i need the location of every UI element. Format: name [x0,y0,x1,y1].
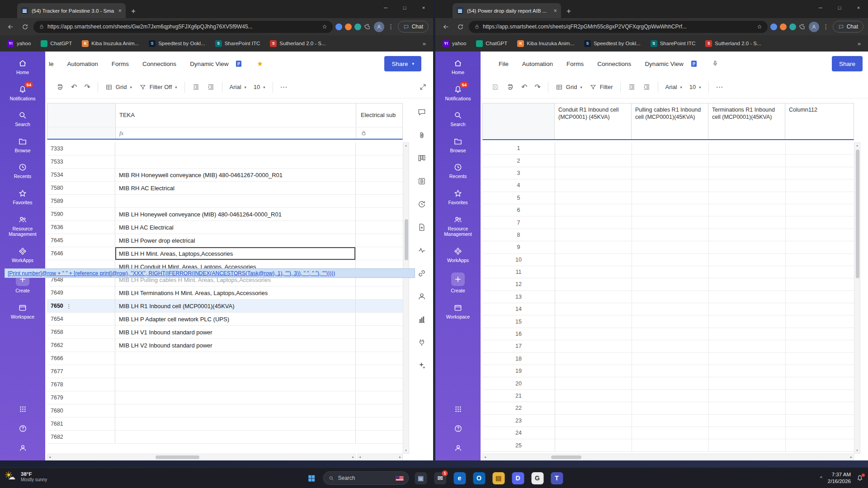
right-rail-icon[interactable] [417,200,426,209]
empty-cell[interactable] [786,365,854,377]
table-row[interactable]: 7654 ⋮ MIB LH P Adapter cell newtork PLC… [47,313,403,326]
close-button[interactable]: × [849,0,868,15]
tray-chevron-icon[interactable]: ^ [820,475,822,481]
right-rail-icon[interactable] [417,154,426,163]
empty-cell[interactable] [786,353,854,365]
edge-icon[interactable]: e [452,470,467,486]
profile-avatar[interactable] [374,22,384,32]
table-row[interactable]: 7 [482,216,854,229]
outlook-icon[interactable]: O [472,470,487,486]
table-row[interactable]: 7650 ⋮ MIB LH R1 Inbound cell (MCP0001)(… [47,300,403,313]
table-row[interactable]: 7680 ⋮ [47,404,403,418]
font-size-selector[interactable]: 10▾ [254,84,265,90]
table-row[interactable]: 7679 ⋮ [47,391,403,404]
sidebar-item[interactable]: Resource Management [435,215,481,237]
tab-close-icon[interactable]: × [553,7,557,14]
empty-cell[interactable] [709,179,786,191]
help-icon[interactable] [454,424,462,433]
right-rail-icon[interactable] [417,223,426,232]
row-number[interactable]: 10 [482,254,555,266]
right-rail-icon[interactable] [417,269,426,278]
address-bar[interactable]: https://app.smartsheet.com/sheets/qFR2pG… [469,21,768,33]
table-row[interactable]: 7646 ⋮ MIB LH H Mint. Areas, Laptops,Acc… [47,247,403,260]
empty-cell[interactable] [632,155,709,166]
task-cell[interactable]: MIB LH Terminations H Mint. Areas, Lapto… [115,286,356,299]
minimize-button[interactable]: ─ [376,0,395,15]
task-cell[interactable] [115,431,356,443]
row-number[interactable]: 14 [482,303,555,315]
menu-item[interactable]: Forms [112,61,129,67]
empty-cell[interactable] [786,216,854,228]
empty-cell[interactable] [709,402,786,414]
table-row[interactable]: 24 [482,427,854,439]
empty-cell[interactable] [632,415,709,427]
redo-icon[interactable]: ↷ [534,84,540,91]
row-number[interactable]: 23 [482,415,555,427]
extension-icon[interactable] [354,23,361,30]
task-cell[interactable] [115,155,356,168]
empty-cell[interactable] [632,254,709,266]
more-tools-icon[interactable]: ⋯ [280,83,288,91]
electrical-sub-cell[interactable] [356,234,403,247]
empty-cell[interactable] [555,278,632,290]
empty-cell[interactable] [709,155,786,166]
sidebar-item[interactable]: Favorites [435,189,481,206]
empty-cell[interactable] [786,179,854,191]
outdent-icon[interactable] [192,83,200,91]
empty-cell[interactable] [555,377,632,389]
empty-cell[interactable] [786,155,854,166]
empty-cell[interactable] [555,315,632,327]
row-number-cell[interactable]: 7533 ⋮ [47,155,115,168]
right-rail-icon[interactable] [417,131,426,140]
scroll-right-icon[interactable]: ▸ [352,455,354,459]
more-tools-icon[interactable]: ⋯ [716,83,723,91]
table-row[interactable]: 7666 ⋮ [47,352,403,365]
redo-icon[interactable]: ↷ [84,84,90,91]
column-header-electrical-sub[interactable]: Electrical sub [356,103,402,127]
bookmark-item[interactable]: K Kiba Inuzuka Anim... [82,40,139,47]
scrollbar-thumb[interactable] [551,455,581,459]
right-rail-icon[interactable] [417,177,426,186]
empty-cell[interactable] [709,427,786,439]
pin-icon[interactable] [712,60,719,67]
row-number-cell[interactable]: 7580 ⋮ [47,182,115,194]
task-cell[interactable] [115,195,356,207]
task-cell[interactable]: MIB LH P Adapter cell newtork PLC (UPS) [115,313,356,325]
empty-cell[interactable] [632,204,709,216]
discord-icon[interactable]: D [510,470,526,486]
scroll-left-icon[interactable]: ◂ [359,455,361,459]
menu-item[interactable]: Connections [597,61,631,67]
table-row[interactable]: 7533 ⋮ [47,155,403,169]
dynamic-view-icon[interactable] [235,60,243,68]
scroll-left-icon[interactable]: ◂ [484,455,486,459]
table-row[interactable]: 9 [482,241,854,253]
save-icon[interactable] [491,83,499,91]
font-selector[interactable]: Arial▾ [230,84,246,90]
extension-icon[interactable] [789,23,796,30]
row-number[interactable]: 9 [482,241,555,253]
extension-icon[interactable] [345,23,352,30]
empty-cell[interactable] [555,353,632,365]
empty-cell[interactable] [555,142,632,154]
empty-cell[interactable] [786,167,854,179]
bookmark-item[interactable]: ChatGPT [41,40,72,47]
empty-cell[interactable] [709,192,786,204]
empty-cell[interactable] [632,167,709,179]
bookmark-item[interactable]: S Sutherland 2.0 - S... [270,40,326,47]
profile-avatar[interactable] [809,22,819,32]
task-cell[interactable]: MIB LH Power drop electrical [115,234,356,247]
empty-cell[interactable] [555,229,632,241]
row-number[interactable]: 24 [482,427,555,439]
right-rail-icon[interactable] [417,108,426,117]
row-number-cell[interactable]: 7636 ⋮ [47,221,115,234]
empty-cell[interactable] [709,229,786,241]
extensions-puzzle-icon[interactable] [364,23,371,30]
electrical-sub-cell[interactable] [356,352,403,365]
electrical-sub-cell[interactable] [356,142,403,155]
account-icon[interactable] [454,444,462,452]
column-header-teka[interactable]: TEKA [116,103,356,127]
print-icon[interactable] [56,83,64,91]
new-tab-button[interactable]: + [131,7,136,15]
horizontal-scrollbar-right-pane[interactable]: ◂▸ [357,454,403,460]
empty-cell[interactable] [632,328,709,340]
